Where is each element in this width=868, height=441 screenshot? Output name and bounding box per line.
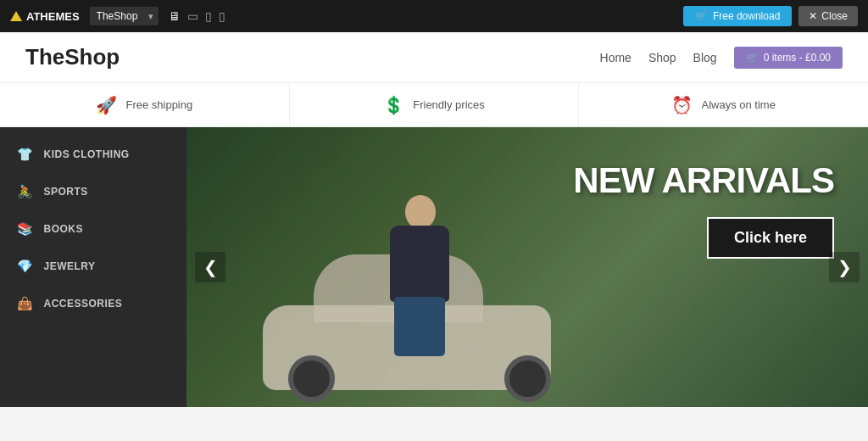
shipping-label: Free shipping: [125, 98, 192, 111]
books-icon: 📚: [17, 221, 34, 237]
site-header: TheShop Home Shop Blog 🛒 0 items - £0.00: [0, 32, 868, 83]
features-bar: 🚀 Free shipping 💲 Friendly prices ⏰ Alwa…: [0, 83, 868, 127]
hero-figure: [229, 144, 585, 407]
admin-bar-right: 🛒 Free download ✕ Close: [683, 6, 858, 26]
feature-time: ⏰ Always on time: [579, 83, 868, 126]
download-button[interactable]: 🛒 Free download: [683, 6, 792, 26]
hero-text-block: NEW ARRIVALS Click here: [573, 161, 834, 259]
mobile-icon[interactable]: ▯: [219, 9, 225, 23]
time-label: Always on time: [701, 98, 775, 111]
sidebar-item-label: JEWELRY: [44, 260, 96, 272]
site-nav: Home Shop Blog 🛒 0 items - £0.00: [600, 47, 843, 69]
nav-shop[interactable]: Shop: [648, 51, 676, 64]
shipping-icon: 🚀: [96, 95, 117, 115]
cart-label: 0 items - £0.00: [764, 52, 831, 64]
device-icons: 🖥 ▭ ▯ ▯: [169, 9, 225, 23]
prices-icon: 💲: [383, 95, 404, 115]
person-legs: [394, 297, 445, 356]
sidebar-item-kids-clothing[interactable]: 👕 KIDS CLOTHING: [0, 136, 186, 173]
athemes-logo: ATHEMES: [10, 10, 80, 23]
arrow-right-icon: ❯: [837, 257, 852, 277]
car-wheel-right: [504, 355, 551, 402]
tablet-portrait-icon[interactable]: ▯: [205, 9, 212, 23]
desktop-icon[interactable]: 🖥: [169, 9, 181, 23]
slider-next-button[interactable]: ❯: [829, 252, 860, 282]
sidebar-item-label: ACCESSORIES: [44, 298, 123, 310]
feature-shipping: 🚀 Free shipping: [0, 83, 290, 126]
close-button[interactable]: ✕ Close: [798, 6, 858, 26]
kids-clothing-icon: 👕: [17, 147, 34, 162]
hero-cta-button[interactable]: Click here: [707, 217, 834, 259]
cart-button[interactable]: 🛒 0 items - £0.00: [734, 47, 843, 69]
time-icon: ⏰: [671, 95, 693, 115]
admin-bar-left: ATHEMES TheShop 🖥 ▭ ▯ ▯: [10, 7, 225, 25]
person-figure: [381, 195, 458, 356]
hero-title: NEW ARRIVALS: [573, 161, 834, 200]
nav-blog[interactable]: Blog: [693, 51, 717, 64]
sidebar-item-accessories[interactable]: 👜 ACCESSORIES: [0, 285, 186, 322]
sidebar: 👕 KIDS CLOTHING 🚴 SPORTS 📚 BOOKS 💎 JEWEL…: [0, 127, 186, 407]
cart-icon: 🛒: [746, 52, 759, 64]
feature-prices: 💲 Friendly prices: [290, 83, 580, 126]
site-logo: TheShop: [25, 44, 120, 70]
accessories-icon: 👜: [17, 296, 34, 311]
close-label: Close: [821, 10, 848, 22]
theme-selector-wrap[interactable]: TheShop: [90, 7, 159, 25]
sidebar-item-label: BOOKS: [44, 223, 84, 235]
logo-triangle: [10, 11, 22, 21]
download-label: Free download: [713, 10, 780, 22]
admin-bar: ATHEMES TheShop 🖥 ▭ ▯ ▯ 🛒 Free download …: [0, 0, 868, 32]
tablet-landscape-icon[interactable]: ▭: [187, 9, 198, 23]
arrow-left-icon: ❮: [203, 257, 218, 277]
sidebar-item-jewelry[interactable]: 💎 JEWELRY: [0, 248, 186, 285]
person-head: [405, 195, 436, 229]
logo-text: ATHEMES: [26, 10, 80, 23]
main-content: 👕 KIDS CLOTHING 🚴 SPORTS 📚 BOOKS 💎 JEWEL…: [0, 127, 868, 407]
prices-label: Friendly prices: [413, 98, 485, 111]
car-wheel-left: [288, 355, 335, 402]
jewelry-icon: 💎: [17, 259, 34, 274]
person-body: [390, 226, 449, 302]
sidebar-item-books[interactable]: 📚 BOOKS: [0, 210, 186, 248]
hero-slider: NEW ARRIVALS Click here ❮ ❯: [186, 127, 868, 407]
close-icon: ✕: [809, 10, 817, 22]
slider-prev-button[interactable]: ❮: [195, 252, 225, 282]
sports-icon: 🚴: [17, 184, 34, 199]
sidebar-item-label: KIDS CLOTHING: [44, 148, 130, 160]
theme-selector[interactable]: TheShop: [90, 7, 159, 25]
cart-icon: 🛒: [695, 10, 708, 22]
sidebar-item-label: SPORTS: [44, 186, 88, 198]
nav-home[interactable]: Home: [600, 51, 632, 64]
sidebar-item-sports[interactable]: 🚴 SPORTS: [0, 173, 186, 210]
